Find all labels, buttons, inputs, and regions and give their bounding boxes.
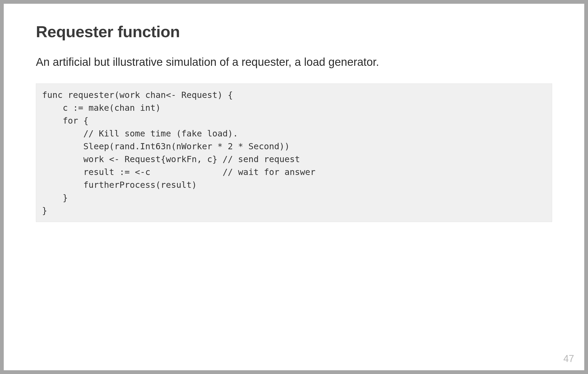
slide-description: An artificial but illustrative simulatio… [36, 54, 552, 70]
page-number: 47 [563, 353, 574, 364]
slide: Requester function An artificial but ill… [4, 4, 584, 370]
code-block: func requester(work chan<- Request) { c … [36, 83, 552, 222]
slide-title: Requester function [36, 22, 552, 41]
